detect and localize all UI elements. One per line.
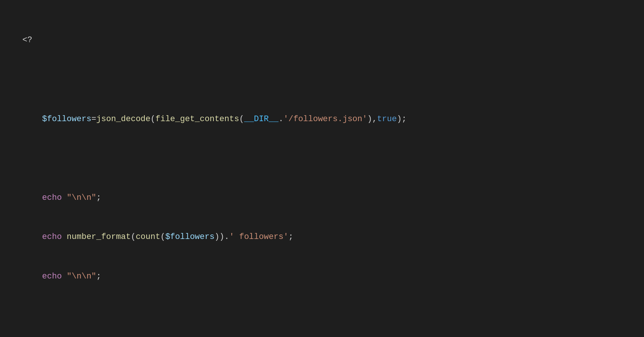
var-followers-count: $followers bbox=[165, 232, 215, 242]
blank-line-3 bbox=[22, 309, 622, 322]
str-nn-1: "\n\n" bbox=[67, 193, 96, 202]
var-followers: $followers bbox=[42, 114, 91, 124]
semi-3: ; bbox=[288, 232, 293, 242]
fn-number-format: number_format bbox=[67, 232, 131, 242]
line-echo-nn-1: echo "\n\n"; bbox=[22, 191, 622, 204]
op-concat: . bbox=[279, 114, 284, 124]
paren-close-outer: ) bbox=[397, 114, 401, 124]
op-concat-2: . bbox=[224, 232, 229, 242]
semi-2: ; bbox=[96, 193, 101, 202]
kw-echo-1: echo bbox=[42, 193, 62, 202]
paren-open-4: ( bbox=[160, 232, 165, 242]
str-followers-label: ' followers' bbox=[229, 232, 288, 242]
op-equals: = bbox=[91, 114, 96, 124]
php-tag: <? bbox=[22, 35, 32, 45]
paren-open-2: ( bbox=[239, 114, 244, 124]
blank-line-1 bbox=[22, 73, 622, 86]
paren-open-3: ( bbox=[131, 232, 135, 242]
semi-4: ; bbox=[96, 272, 101, 281]
line-echo-count: echo number_format(count($followers)).' … bbox=[22, 230, 622, 243]
fn-file-get-contents: file_get_contents bbox=[155, 114, 239, 124]
fn-count: count bbox=[136, 232, 160, 242]
php-open-tag: <? bbox=[22, 34, 622, 47]
paren-close-inner: ) bbox=[367, 114, 372, 124]
semicolon-1: ; bbox=[402, 114, 407, 124]
const-dir: __DIR__ bbox=[244, 114, 278, 124]
str-followers-json: '/followers.json' bbox=[284, 114, 367, 124]
code-editor: <? $followers=json_decode(file_get_conte… bbox=[22, 7, 622, 337]
str-nn-2: "\n\n" bbox=[67, 272, 96, 281]
paren-open: ( bbox=[150, 114, 155, 124]
line-followers-assign: $followers=json_decode(file_get_contents… bbox=[22, 113, 622, 126]
fn-json-decode: json_decode bbox=[96, 114, 150, 124]
line-echo-nn-2: echo "\n\n"; bbox=[22, 270, 622, 283]
comma-1: , bbox=[372, 114, 377, 124]
kw-echo-2: echo bbox=[42, 232, 62, 242]
blank-line-2 bbox=[22, 152, 622, 165]
kw-echo-3: echo bbox=[42, 272, 62, 281]
bool-true: true bbox=[377, 114, 397, 124]
paren-close-4: )) bbox=[215, 232, 224, 242]
